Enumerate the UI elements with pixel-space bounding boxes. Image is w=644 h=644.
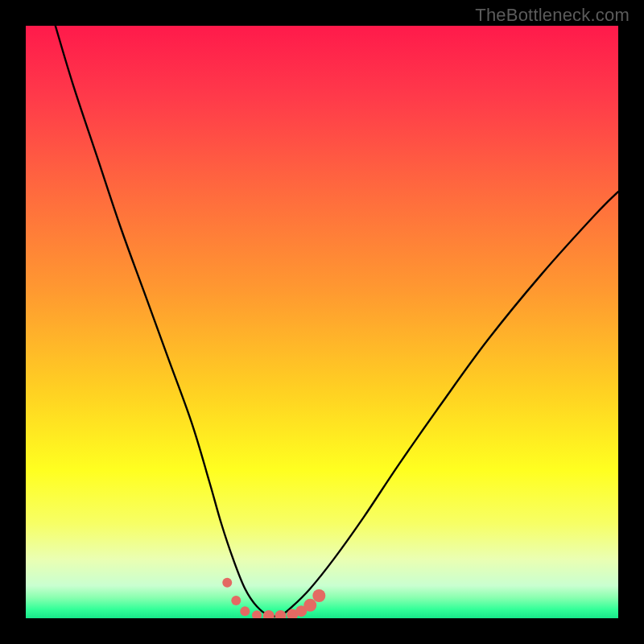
highlight-dot xyxy=(312,589,325,602)
plot-area xyxy=(26,26,618,618)
highlight-dot xyxy=(222,578,232,588)
highlight-dot xyxy=(231,596,241,605)
highlight-dot xyxy=(240,606,250,616)
watermark-text: TheBottleneck.com xyxy=(475,5,630,26)
highlight-dot xyxy=(303,599,316,612)
bottleneck-curve xyxy=(56,26,618,617)
highlight-dots xyxy=(222,578,325,618)
curve-layer xyxy=(26,26,618,618)
highlight-dot xyxy=(275,610,286,618)
chart-frame: TheBottleneck.com xyxy=(0,0,644,644)
highlight-dot xyxy=(252,610,262,618)
highlight-dot xyxy=(263,610,275,618)
